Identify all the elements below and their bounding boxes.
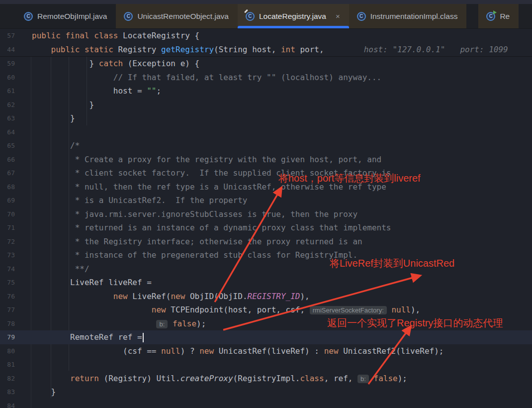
line-number[interactable]: 62 <box>0 98 15 112</box>
tab-remoteobjimpl-java[interactable]: CRemoteObjImpl.java <box>16 4 116 28</box>
line-number[interactable]: 66 <box>0 153 15 167</box>
code-line-current[interactable]: 79 RemoteRef ref = <box>0 330 532 344</box>
code-segment <box>32 292 113 301</box>
line-number[interactable]: 75 <box>0 276 15 290</box>
code-line[interactable]: 70 * java.rmi.server.ignoreStubClasses i… <box>0 207 532 221</box>
code-segment: "" <box>147 86 156 96</box>
code-segment: * is a UnicastRef2. If the property <box>32 196 247 205</box>
code-segment: host = <box>32 86 147 96</box>
code-line[interactable]: 72 * the Registry interface; otherwise t… <box>0 235 532 249</box>
line-number[interactable]: 71 <box>0 221 15 235</box>
line-number[interactable]: 65 <box>0 139 15 153</box>
class-icon: C <box>357 12 366 21</box>
tab-unicastremoteobject-java[interactable]: CUnicastRemoteObject.java <box>116 4 238 28</box>
code-segment: UnicastRef(liveRef) : <box>214 346 324 356</box>
code-line[interactable]: 84 <box>0 399 532 408</box>
line-number[interactable]: 78 <box>0 317 15 331</box>
line-number[interactable]: 44 <box>0 43 15 57</box>
code-line[interactable]: 82 return (Registry) Util.createProxy(Re… <box>0 372 532 386</box>
inline-parameter-hint: rmiServerSocketFactory: <box>310 306 387 314</box>
code-line[interactable]: 64 <box>0 125 532 139</box>
class-icon: C <box>486 12 495 21</box>
code-line[interactable]: 62 } <box>0 98 532 112</box>
line-number[interactable]: 64 <box>0 125 15 139</box>
code-line[interactable]: 60 // If that failed, at least try "" (l… <box>0 71 532 85</box>
code-segment: new <box>324 346 339 356</box>
code-text <box>15 358 32 372</box>
code-lines[interactable]: 59 } catch (Exception e) {60 // If that … <box>0 57 532 408</box>
code-line[interactable]: 68 * null, then the ref type is a Unicas… <box>0 180 532 194</box>
code-text: } <box>15 98 94 112</box>
line-number[interactable]: 72 <box>0 235 15 249</box>
code-segment: } <box>32 387 56 397</box>
line-number[interactable]: 69 <box>0 194 15 207</box>
line-number[interactable]: 59 <box>0 57 15 71</box>
code-editor[interactable]: 57public final class LocateRegistry {44 … <box>0 29 532 408</box>
tab-label: RemoteObjImpl.java <box>37 12 107 21</box>
line-number[interactable]: 80 <box>0 344 15 358</box>
code-line[interactable]: 63 } <box>0 111 532 125</box>
line-number[interactable]: 70 <box>0 207 15 221</box>
code-segment: TCPEndpoint(host, port, csf, <box>166 305 310 314</box>
line-number[interactable]: 68 <box>0 180 15 194</box>
tab-re[interactable]: CRe <box>478 4 519 28</box>
code-text: * the Registry interface; otherwise the … <box>15 235 362 249</box>
code-segment: } <box>32 100 94 109</box>
code-line[interactable]: 57public final class LocateRegistry { <box>0 29 532 43</box>
code-line[interactable]: 76 new LiveRef(new ObjID(ObjID.REGISTRY_… <box>0 290 532 304</box>
code-line[interactable]: 59 } catch (Exception e) { <box>0 57 532 71</box>
line-number[interactable]: 61 <box>0 84 15 98</box>
code-line[interactable]: 77 new TCPEndpoint(host, port, csf, rmiS… <box>0 303 532 317</box>
tab-label: LocateRegistry.java <box>259 12 326 21</box>
code-segment: (Registry) Util. <box>99 374 180 383</box>
code-segment: REGISTRY_ID <box>248 292 300 301</box>
tab-instrumentationimpl-class[interactable]: CInstrumentationImpl.class <box>349 4 467 28</box>
code-line[interactable]: 65 /* <box>0 139 532 153</box>
line-number[interactable]: 57 <box>0 29 15 43</box>
close-icon[interactable]: × <box>336 12 340 20</box>
code-line[interactable]: 81 <box>0 358 532 372</box>
code-line[interactable]: 75 LiveRef liveRef = <box>0 276 532 290</box>
code-segment: ObjID(ObjID. <box>185 292 247 301</box>
line-number[interactable]: 60 <box>0 71 15 85</box>
code-line[interactable]: 69 * is a UnicastRef2. If the property <box>0 194 532 207</box>
code-segment: * java.rmi.server.ignoreStubClasses is t… <box>32 209 357 219</box>
code-segment: int <box>281 45 295 54</box>
line-number[interactable]: 73 <box>0 248 15 262</box>
code-line[interactable]: 83 } <box>0 385 532 399</box>
code-line[interactable]: 61 host = ""; <box>0 84 532 98</box>
code-segment: return <box>70 374 99 383</box>
line-number[interactable]: 82 <box>0 372 15 386</box>
code-segment: ), <box>411 305 420 314</box>
code-line[interactable]: 80 (csf == null) ? new UnicastRef(liveRe… <box>0 344 532 358</box>
code-segment <box>32 319 156 328</box>
code-line[interactable]: 71 * returned is an instance of a dynami… <box>0 221 532 235</box>
code-text: // If that failed, at least try "" (loca… <box>15 71 381 85</box>
code-text <box>15 125 32 139</box>
code-segment: /* <box>32 141 80 150</box>
sticky-header: 57public final class LocateRegistry {44 … <box>0 29 532 57</box>
line-number[interactable]: 79 <box>0 330 15 344</box>
code-text: /* <box>15 139 80 153</box>
code-text: LiveRef liveRef = <box>15 276 152 290</box>
inline-parameter-hint: b: <box>357 375 369 383</box>
code-segment: class <box>94 31 118 40</box>
code-line[interactable]: 44 public static Registry getRegistry(St… <box>0 43 532 57</box>
code-line[interactable]: 67 * client socket factory. If the suppl… <box>0 166 532 180</box>
code-segment <box>89 31 94 40</box>
line-number[interactable]: 81 <box>0 358 15 372</box>
line-number[interactable]: 84 <box>0 399 15 408</box>
code-segment: * returned is an instance of a dynamic p… <box>32 223 391 232</box>
line-number[interactable]: 63 <box>0 111 15 125</box>
line-number[interactable]: 67 <box>0 166 15 180</box>
line-number[interactable]: 83 <box>0 385 15 399</box>
tab-locateregistry-java[interactable]: CLocateRegistry.java× <box>238 4 349 28</box>
code-text: * java.rmi.server.ignoreStubClasses is t… <box>15 207 357 221</box>
code-segment: * the Registry interface; otherwise the … <box>32 237 362 246</box>
line-number[interactable]: 74 <box>0 262 15 276</box>
code-line[interactable]: 66 * Create a proxy for the registry wit… <box>0 153 532 167</box>
line-number[interactable]: 76 <box>0 290 15 304</box>
code-text: * instance of the pregenerated stub clas… <box>15 248 357 262</box>
code-segment <box>61 31 66 40</box>
line-number[interactable]: 77 <box>0 303 15 317</box>
